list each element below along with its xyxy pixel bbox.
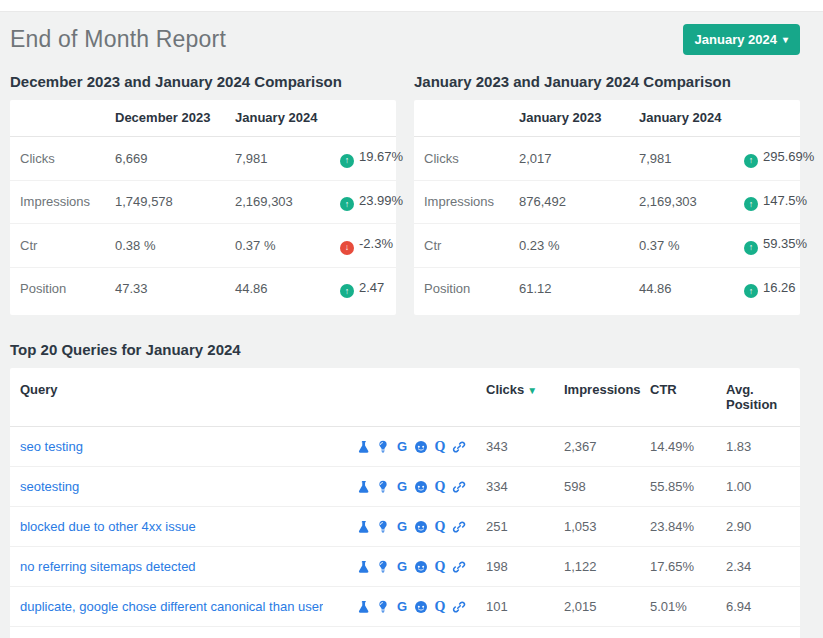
previous-value: 2,017 [509,137,629,181]
flask-icon[interactable] [357,600,371,614]
link-icon[interactable] [452,480,466,494]
queries-table: Query Clicks▼ Impressions CTR Avg. Posit… [10,368,800,638]
caret-down-icon: ▾ [783,35,788,45]
metric-column-header [414,100,509,137]
change-label: 147.5% [763,193,807,208]
previous-value: 0.38 % [105,224,225,268]
section-title: December 2023 and January 2024 Compariso… [10,73,396,90]
period-dropdown-button[interactable]: January 2024 ▾ [683,24,800,55]
change-label: 2.47 [359,280,384,295]
query-actions: G Q [357,520,466,534]
quora-icon[interactable]: Q [433,600,447,614]
impressions-value: 1,053 [554,507,640,547]
quora-icon[interactable]: Q [433,560,447,574]
table-row: Impressions 876,492 2,169,303 ↑147.5% [414,180,800,224]
section-title: January 2023 and January 2024 Comparison [414,73,800,90]
clicks-value: 334 [476,467,554,507]
flask-icon[interactable] [357,480,371,494]
lightbulb-icon[interactable] [376,520,390,534]
table-row: no referring sitemaps detected G Q 198 1… [10,547,800,587]
avg-position-value: 6.94 [716,587,800,627]
query-cell: seotesting G Q [10,467,476,507]
lightbulb-icon[interactable] [376,560,390,574]
impressions-column-header[interactable]: Impressions [554,368,640,427]
query-link[interactable]: seo testing [20,439,83,454]
metric-label: Ctr [414,224,509,268]
google-icon[interactable]: G [395,600,409,614]
query-link[interactable]: duplicate, google chose different canoni… [20,599,323,614]
quora-icon[interactable]: Q [433,480,447,494]
reddit-icon[interactable] [414,600,428,614]
query-column-header[interactable]: Query [10,368,476,427]
table-row: Ctr 0.23 % 0.37 % ↑59.35% [414,224,800,268]
clicks-column-header[interactable]: Clicks▼ [476,368,554,427]
query-actions: G Q [357,560,466,574]
query-link[interactable]: no referring sitemaps detected [20,559,196,574]
quora-icon[interactable]: Q [433,440,447,454]
query-cell: duplicate, google chose different canoni… [10,587,476,627]
lightbulb-icon[interactable] [376,440,390,454]
query-link[interactable]: seotesting [20,479,79,494]
change-up-icon: ↑ [744,197,758,211]
impressions-value: 110 [554,627,640,638]
lightbulb-icon[interactable] [376,480,390,494]
google-icon[interactable]: G [395,520,409,534]
change-value: ↑147.5% [734,180,800,224]
comparison-card: December 2023 January 2024 Clicks 6,669 … [10,100,396,315]
comparison-section-month-over-month: December 2023 and January 2024 Compariso… [10,59,396,315]
google-icon[interactable]: G [395,440,409,454]
clicks-value: 343 [476,427,554,467]
query-cell: no referring sitemaps detected G Q [10,547,476,587]
quora-icon[interactable]: Q [433,520,447,534]
change-label: 59.35% [763,236,807,251]
reddit-icon[interactable] [414,520,428,534]
table-row: Ctr 0.38 % 0.37 % ↓-2.3% [10,224,396,268]
reddit-icon[interactable] [414,480,428,494]
previous-value: 6,669 [105,137,225,181]
change-up-icon: ↑ [340,197,354,211]
flask-icon[interactable] [357,560,371,574]
current-value: 2,169,303 [629,180,734,224]
avg-position-value: 1.83 [716,427,800,467]
current-value: 0.37 % [629,224,734,268]
metric-label: Position [10,267,105,310]
change-up-icon: ↑ [744,241,758,255]
query-link[interactable]: blocked due to other 4xx issue [20,519,196,534]
query-cell: seo testing G Q [10,427,476,467]
flask-icon[interactable] [357,520,371,534]
page-title: End of Month Report [10,26,226,53]
report-page: End of Month Report January 2024 ▾ Decem… [0,24,823,638]
change-value: ↑16.26 [734,267,800,310]
flask-icon[interactable] [357,440,371,454]
ctr-value: 62.73% [640,627,716,638]
table-row: ownership verification failed G Q 69 110… [10,627,800,638]
clicks-value: 251 [476,507,554,547]
ctr-column-header[interactable]: CTR [640,368,716,427]
link-icon[interactable] [452,560,466,574]
metric-label: Impressions [414,180,509,224]
queries-card: Query Clicks▼ Impressions CTR Avg. Posit… [10,368,800,638]
query-actions: G Q [357,600,466,614]
current-period-header: January 2024 [225,100,330,137]
comparison-table: January 2023 January 2024 Clicks 2,017 7… [414,100,800,310]
current-value: 44.86 [225,267,330,310]
link-icon[interactable] [452,520,466,534]
current-period-header: January 2024 [629,100,734,137]
avg-position-column-header[interactable]: Avg. Position [716,368,800,427]
change-value: ↓-2.3% [330,224,396,268]
comparison-table: December 2023 January 2024 Clicks 6,669 … [10,100,396,310]
link-icon[interactable] [452,600,466,614]
link-icon[interactable] [452,440,466,454]
metric-label: Ctr [10,224,105,268]
google-icon[interactable]: G [395,560,409,574]
clicks-value: 101 [476,587,554,627]
reddit-icon[interactable] [414,560,428,574]
page-header: End of Month Report January 2024 ▾ [10,24,800,55]
table-row: Position 47.33 44.86 ↑2.47 [10,267,396,310]
change-column-header [734,100,800,137]
reddit-icon[interactable] [414,440,428,454]
change-up-icon: ↑ [744,154,758,168]
google-icon[interactable]: G [395,480,409,494]
impressions-value: 2,015 [554,587,640,627]
lightbulb-icon[interactable] [376,600,390,614]
